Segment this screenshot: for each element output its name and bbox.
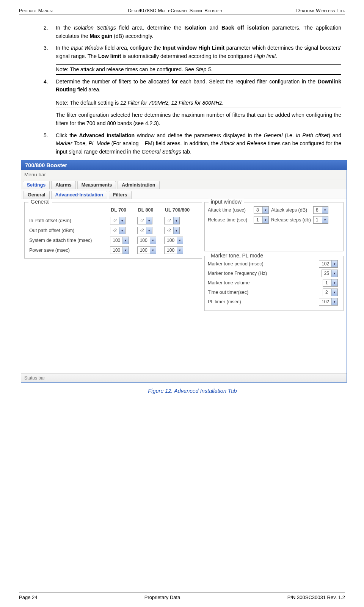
step-2: 2. In the Isolation Settings field area,… <box>44 24 341 40</box>
marker-row: Marker tone Frequency (Hz)25▾ <box>208 270 340 277</box>
page-header: Product Manual Deko4078SD Multi-Channel … <box>19 8 345 14</box>
groupbox-title: input window <box>209 199 244 205</box>
step-text: In the Input Window field area, configur… <box>56 44 341 60</box>
marker-row: Marker tone period (msec)102▾ <box>208 260 340 268</box>
step-number: 5. <box>44 132 50 156</box>
table-row: Out path offset (dBm) -2▾ -2▾ -2▾ <box>28 226 199 235</box>
select-dl800[interactable]: -2▾ <box>137 227 153 234</box>
chevron-down-icon: ▾ <box>119 217 125 224</box>
main-tabs: Settings Alarms Measurments Administrati… <box>21 179 347 189</box>
groupbox-title: Marker tone, PL mode <box>209 253 265 259</box>
select-dl700[interactable]: 100▾ <box>110 237 129 244</box>
page-footer: Page 24 Proprietary Data P/N 300SC30031 … <box>19 593 345 600</box>
chevron-down-icon: ▾ <box>322 207 328 213</box>
chevron-down-icon: ▾ <box>331 298 337 305</box>
chevron-down-icon: ▾ <box>150 247 156 254</box>
select-marker-vol[interactable]: 1▾ <box>323 279 338 287</box>
select-ul[interactable]: -2▾ <box>164 217 180 224</box>
status-bar: Status bar <box>21 373 347 382</box>
table-row: Power save (msec) 100▾ 100▾ 100▾ <box>28 245 199 255</box>
select-dl700[interactable]: -2▾ <box>110 227 126 234</box>
select-attack-time[interactable]: 8▾ <box>254 206 269 214</box>
chevron-down-icon: ▾ <box>322 216 328 223</box>
tab-alarms[interactable]: Alarms <box>51 181 75 189</box>
row-label: In Path offset (dBm) <box>28 216 108 226</box>
advanced-install-screenshot: 700/800 Booster Menu bar Settings Alarms… <box>21 160 347 383</box>
select-release-steps[interactable]: 1▾ <box>313 216 328 224</box>
select-ul[interactable]: 100▾ <box>164 237 183 244</box>
step-text: Click the Advanced Installation window a… <box>56 132 341 156</box>
marker-row: Time out timer(sec)2▾ <box>208 289 340 296</box>
groupbox-general: General DL 700 DL 800 UL 700/800 In Path… <box>24 202 202 259</box>
select-marker-period[interactable]: 102▾ <box>319 260 338 268</box>
marker-row: Marker tone volume1▾ <box>208 279 340 287</box>
select-release-time[interactable]: 1▾ <box>254 216 269 224</box>
header-right: Dekolink Wireless Ltd. <box>296 8 345 13</box>
footer-center: Proprietary Data <box>144 594 180 600</box>
general-table: DL 700 DL 800 UL 700/800 In Path offset … <box>28 206 199 255</box>
tab-administration[interactable]: Administration <box>118 181 159 189</box>
row-label: Power save (msec) <box>28 245 108 255</box>
table-row: In Path offset (dBm) -2▾ -2▾ -2▾ <box>28 216 199 226</box>
sub-tabs: General Advanced-Instalation Filters <box>21 189 347 199</box>
menubar: Menu bar <box>21 170 347 179</box>
groupbox-input-window: input window Attack time (usec) 8▾ Attac… <box>204 202 344 251</box>
groupbox-title: General <box>28 199 52 205</box>
select-ul[interactable]: -2▾ <box>164 227 180 234</box>
groupbox-marker-tone: Marker tone, PL mode Marker tone period … <box>204 256 344 311</box>
select-dl800[interactable]: -2▾ <box>137 217 153 224</box>
marker-row: PL timer (msec)102▾ <box>208 298 340 306</box>
table-row: System de attach time (msec) 100▾ 100▾ 1… <box>28 235 199 245</box>
chevron-down-icon: ▾ <box>173 227 179 234</box>
chevron-down-icon: ▾ <box>122 237 129 244</box>
chevron-down-icon: ▾ <box>119 227 125 234</box>
step4-sub: The filter configuration selected here d… <box>56 111 341 127</box>
step-number: 2. <box>44 24 50 40</box>
step-5: 5. Click the Advanced Installation windo… <box>44 132 341 156</box>
row-label: System de attach time (msec) <box>28 235 108 245</box>
tab-settings[interactable]: Settings <box>23 181 50 189</box>
chevron-down-icon: ▾ <box>122 247 129 254</box>
select-pl-timer[interactable]: 102▾ <box>319 298 338 306</box>
subtab-advanced-instalation[interactable]: Advanced-Instalation <box>51 191 107 199</box>
chevron-down-icon: ▾ <box>177 237 183 244</box>
chevron-down-icon: ▾ <box>262 207 268 213</box>
chevron-down-icon: ▾ <box>146 227 152 234</box>
step-3: 3. In the Input Window field area, confi… <box>44 44 341 60</box>
input-window-row: Attack time (usec) 8▾ Attack steps (dB) … <box>208 206 340 214</box>
subtab-general[interactable]: General <box>24 191 50 199</box>
chevron-down-icon: ▾ <box>150 237 156 244</box>
chevron-down-icon: ▾ <box>262 216 268 223</box>
subtab-filters[interactable]: Filters <box>109 191 132 199</box>
body-content: 2. In the Isolation Settings field area,… <box>19 24 345 394</box>
select-dl700[interactable]: -2▾ <box>110 217 126 224</box>
select-dl800[interactable]: 100▾ <box>137 246 156 254</box>
step-text: Determine the number of filters to be al… <box>56 78 341 94</box>
select-timeout[interactable]: 2▾ <box>323 289 338 296</box>
select-marker-freq[interactable]: 25▾ <box>322 270 338 277</box>
footer-right: P/N 300SC30031 Rev. 1.2 <box>287 594 345 600</box>
header-center: Deko4078SD Multi-Channel Signal Booster <box>128 8 222 13</box>
footer-left: Page 24 <box>19 594 37 600</box>
row-label: Out path offset (dBm) <box>28 226 108 235</box>
step-4: 4. Determine the number of filters to be… <box>44 78 341 94</box>
select-attack-steps[interactable]: 8▾ <box>313 206 328 214</box>
chevron-down-icon: ▾ <box>331 279 337 286</box>
figure-caption: Figure 12. Advanced Installation Tab <box>44 388 341 394</box>
select-dl800[interactable]: 100▾ <box>137 237 156 244</box>
window-titlebar: 700/800 Booster <box>21 160 347 170</box>
chevron-down-icon: ▾ <box>331 289 337 296</box>
select-ul[interactable]: 100▾ <box>164 246 183 254</box>
note-step4: Note: The default setting is 12 Filter f… <box>56 98 341 108</box>
select-dl700[interactable]: 100▾ <box>110 246 129 254</box>
step-number: 3. <box>44 44 50 60</box>
chevron-down-icon: ▾ <box>331 270 337 277</box>
chevron-down-icon: ▾ <box>173 217 179 224</box>
chevron-down-icon: ▾ <box>146 217 152 224</box>
step-text: In the Isolation Settings field area, de… <box>56 24 341 40</box>
header-left: Product Manual <box>19 8 54 13</box>
note-step3: Note: The attack and release times can b… <box>56 64 341 75</box>
tab-measurments[interactable]: Measurments <box>77 181 116 189</box>
chevron-down-icon: ▾ <box>331 260 337 267</box>
chevron-down-icon: ▾ <box>177 247 183 254</box>
